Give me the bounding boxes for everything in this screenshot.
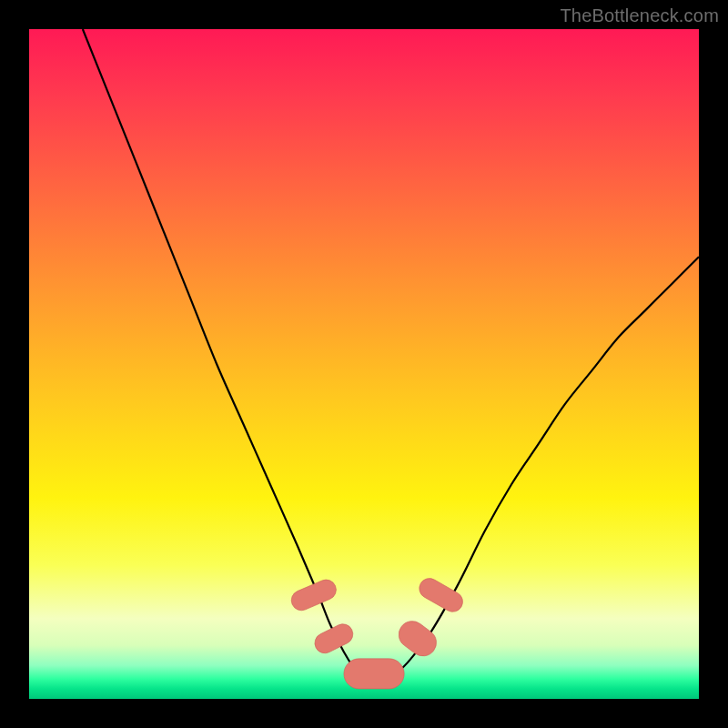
markers-group	[288, 575, 467, 689]
watermark-text: TheBottleneck.com	[560, 5, 719, 26]
bottleneck-curve	[83, 29, 699, 680]
curve-marker	[416, 575, 467, 616]
curve-marker	[344, 659, 404, 689]
curve-marker	[393, 616, 441, 662]
outer-frame: TheBottleneck.com	[0, 0, 728, 728]
plot-area	[29, 29, 699, 699]
curve-svg	[29, 29, 699, 699]
curve-marker	[311, 621, 356, 656]
